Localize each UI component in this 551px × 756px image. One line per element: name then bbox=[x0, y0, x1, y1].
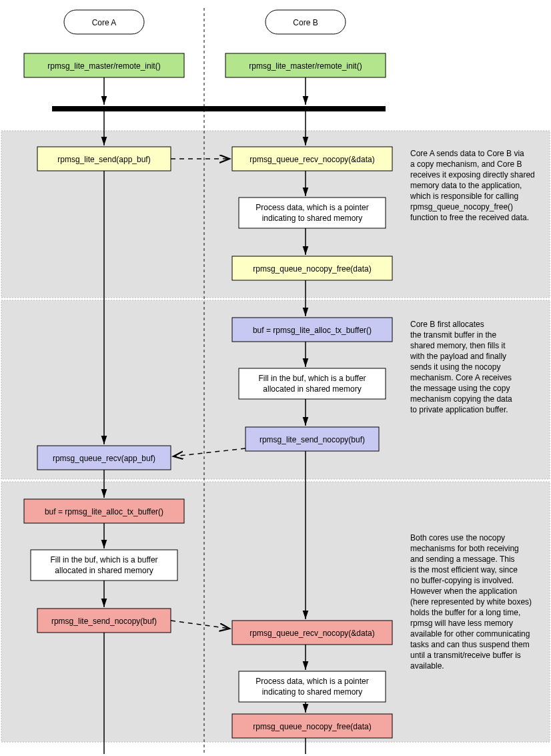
s2-desc-7: mechanism copying the data bbox=[410, 394, 512, 404]
s1-desc-4: which is responsible for calling bbox=[410, 192, 518, 201]
s1-desc-2: receives it exposing directly shared bbox=[410, 170, 535, 179]
s2-b-send-text: rpmsg_lite_send_nocopy(buf) bbox=[259, 435, 365, 444]
s3-desc-4: no buffer-copying is involved. bbox=[410, 576, 514, 585]
s3-a-fill-box bbox=[31, 550, 177, 581]
s2-b-fill-l1: Fill in the buf, which is a buffer bbox=[258, 374, 366, 383]
s3-desc-10: tasks and can thus suspend them bbox=[410, 640, 530, 649]
core-b-label: Core B bbox=[293, 18, 318, 27]
s3-desc-12: available. bbox=[410, 661, 444, 671]
s1-b-recv-text: rpmsg_queue_recv_nocopy(&data) bbox=[249, 155, 374, 164]
s2-desc-4: sends it using the nocopy bbox=[410, 362, 500, 372]
s2-desc-5: mechanism. Core A receives bbox=[410, 373, 512, 382]
s1-desc-1: a copy mechanism, and Core B bbox=[410, 159, 522, 169]
s2-a-recv-text: rpmsg_queue_recv(app_buf) bbox=[53, 454, 155, 463]
s2-b-fill-box bbox=[239, 368, 386, 399]
s1-desc-5: rpmsg_queue_nocopy_free() bbox=[410, 202, 513, 212]
s3-desc-5: However when the application bbox=[410, 587, 517, 596]
s3-b-process-box bbox=[239, 671, 386, 702]
s3-b-recv-text: rpmsg_queue_recv_nocopy(&data) bbox=[249, 629, 374, 638]
init-b-text: rpmsg_lite_master/remote_init() bbox=[249, 61, 362, 71]
s3-a-send-text: rpmsg_lite_send_nocopy(buf) bbox=[51, 617, 157, 626]
s2-b-alloc-text: buf = rpmsg_lite_alloc_tx_buffer() bbox=[253, 326, 372, 335]
s3-a-fill-l1: Fill in the buf, which is a buffer bbox=[50, 555, 157, 564]
s3-a-alloc-text: buf = rpmsg_lite_alloc_tx_buffer() bbox=[45, 507, 163, 516]
s1-b-process-l2: indicating to shared memory bbox=[262, 214, 363, 223]
s2-desc-1: the transmit buffer in the bbox=[410, 330, 497, 340]
flowchart-diagram: Core A Core B rpmsg_lite_master/remote_i… bbox=[0, 0, 551, 756]
s1-desc-6: function to free the received data. bbox=[410, 213, 529, 222]
s3-b-process-l2: indicating to shared memory bbox=[262, 687, 363, 697]
s2-desc-0: Core B first allocates bbox=[410, 320, 484, 329]
s3-b-free-text: rpmsg_queue_nocopy_free(data) bbox=[253, 722, 371, 731]
s3-desc-7: holds the buffer for a long time, bbox=[410, 608, 520, 617]
s3-a-fill-l2: allocated in shared memory bbox=[55, 566, 153, 575]
s2-desc-2: shared memory, then fills it bbox=[410, 341, 506, 350]
s2-desc-8: to private application buffer. bbox=[410, 405, 508, 414]
s3-desc-2: and sending a message. This bbox=[410, 554, 515, 564]
sync-bar bbox=[52, 106, 386, 111]
s2-b-fill-l2: allocated in shared memory bbox=[263, 384, 361, 394]
init-a-text: rpmsg_lite_master/remote_init() bbox=[47, 61, 160, 71]
s1-b-process-box bbox=[239, 198, 386, 228]
s3-desc-6: (here represented by white boxes) bbox=[410, 597, 532, 607]
s2-desc-6: the message using the copy bbox=[410, 384, 510, 393]
s2-desc-3: with the payload and finally bbox=[410, 352, 506, 361]
s3-desc-11: until a transmit/receive buffer is bbox=[410, 651, 521, 660]
s3-b-process-l1: Process data, which is a pointer bbox=[255, 677, 368, 686]
s3-desc-9: available for other communicating bbox=[410, 629, 530, 639]
s3-desc-8: rpmsg will have less memory bbox=[410, 619, 513, 628]
s3-desc-3: is the most efficient way, since bbox=[410, 565, 518, 575]
core-a-label: Core A bbox=[92, 18, 117, 27]
s1-desc-0: Core A sends data to Core B via bbox=[410, 149, 524, 158]
s1-b-free-text: rpmsg_queue_nocopy_free(data) bbox=[253, 264, 371, 274]
s1-desc-3: memory data to the application, bbox=[410, 181, 522, 190]
s1-b-process-l1: Process data, which is a pointer bbox=[255, 203, 368, 212]
s3-desc-0: Both cores use the nocopy bbox=[410, 533, 505, 542]
s1-a-send-text: rpmsg_lite_send(app_buf) bbox=[57, 155, 150, 164]
s3-desc-1: mechanisms for both receiving bbox=[410, 544, 519, 553]
